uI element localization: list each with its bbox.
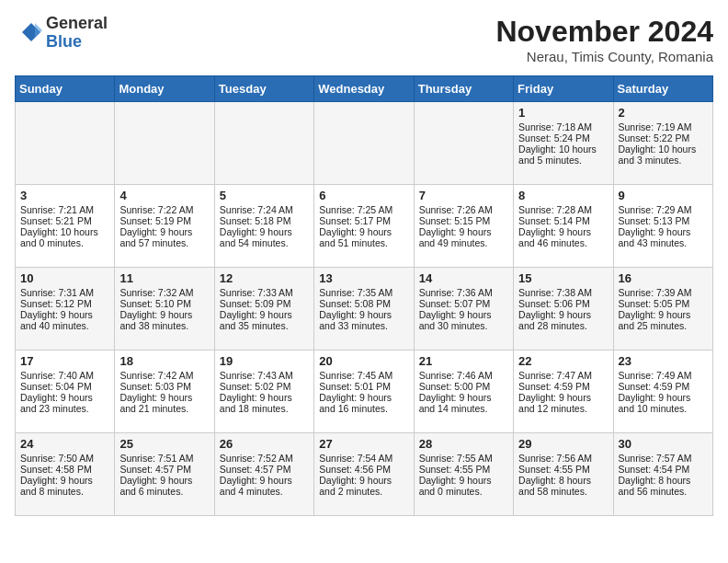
cell-info: Daylight: 9 hours and 16 minutes. (319, 392, 408, 414)
cell-info: Sunrise: 7:36 AM (419, 287, 508, 298)
cell-info: Sunset: 4:55 PM (419, 464, 508, 475)
cell-info: Daylight: 9 hours and 4 minutes. (220, 475, 309, 497)
cell-info: Daylight: 10 hours and 3 minutes. (619, 144, 708, 166)
calendar-cell (314, 102, 414, 185)
cell-info: Daylight: 9 hours and 28 minutes. (518, 309, 608, 331)
calendar-cell: 23Sunrise: 7:49 AMSunset: 4:59 PMDayligh… (613, 350, 712, 433)
logo-blue: Blue (46, 32, 82, 51)
day-number: 21 (419, 354, 508, 368)
calendar-cell: 18Sunrise: 7:42 AMSunset: 5:03 PMDayligh… (115, 350, 214, 433)
cell-info: Sunset: 5:13 PM (619, 215, 708, 226)
cell-info: Sunset: 4:59 PM (518, 381, 608, 392)
cell-info: Sunrise: 7:33 AM (220, 287, 309, 298)
calendar-cell: 25Sunrise: 7:51 AMSunset: 4:57 PMDayligh… (115, 433, 214, 516)
weekday-header-wednesday: Wednesday (314, 76, 414, 102)
day-number: 8 (518, 189, 608, 202)
calendar-cell: 16Sunrise: 7:39 AMSunset: 5:05 PMDayligh… (613, 268, 712, 350)
cell-info: Sunrise: 7:56 AM (518, 453, 608, 464)
calendar-cell: 22Sunrise: 7:47 AMSunset: 4:59 PMDayligh… (514, 350, 613, 433)
calendar-cell: 28Sunrise: 7:55 AMSunset: 4:55 PMDayligh… (414, 433, 513, 516)
cell-info: Daylight: 9 hours and 0 minutes. (419, 475, 508, 497)
day-number: 9 (619, 189, 708, 202)
cell-info: Sunset: 5:12 PM (20, 298, 109, 309)
cell-info: Sunrise: 7:22 AM (119, 204, 209, 215)
calendar-cell: 26Sunrise: 7:52 AMSunset: 4:57 PMDayligh… (214, 433, 313, 516)
cell-info: Sunrise: 7:38 AM (518, 287, 608, 298)
cell-info: Sunrise: 7:46 AM (419, 370, 508, 381)
cell-info: Sunrise: 7:45 AM (319, 370, 408, 381)
cell-info: Sunset: 5:02 PM (220, 381, 309, 392)
cell-info: Sunset: 5:05 PM (619, 298, 708, 309)
cell-info: Sunrise: 7:50 AM (20, 453, 109, 464)
day-number: 7 (419, 189, 508, 202)
cell-info: Daylight: 9 hours and 12 minutes. (518, 392, 608, 414)
day-number: 4 (119, 189, 209, 202)
calendar-cell: 8Sunrise: 7:28 AMSunset: 5:14 PMDaylight… (514, 185, 613, 268)
cell-info: Daylight: 9 hours and 25 minutes. (619, 309, 708, 331)
cell-info: Daylight: 9 hours and 51 minutes. (319, 226, 408, 248)
cell-info: Sunset: 4:59 PM (619, 381, 708, 392)
cell-info: Sunrise: 7:39 AM (619, 287, 708, 298)
cell-info: Sunset: 5:01 PM (319, 381, 408, 392)
cell-info: Daylight: 9 hours and 14 minutes. (419, 392, 508, 414)
cell-info: Sunrise: 7:35 AM (319, 287, 408, 298)
cell-info: Sunset: 5:00 PM (419, 381, 508, 392)
logo-icon (15, 19, 42, 47)
cell-info: Sunset: 5:06 PM (518, 298, 608, 309)
cell-info: Daylight: 8 hours and 56 minutes. (619, 475, 708, 497)
cell-info: Sunset: 4:58 PM (20, 464, 109, 475)
calendar-cell: 10Sunrise: 7:31 AMSunset: 5:12 PMDayligh… (16, 268, 115, 350)
cell-info: Sunset: 5:10 PM (119, 298, 209, 309)
title-block: November 2024 Nerau, Timis County, Roman… (495, 15, 713, 64)
day-number: 12 (220, 271, 309, 285)
day-number: 15 (518, 271, 608, 285)
logo-general: General (46, 14, 108, 32)
cell-info: Daylight: 9 hours and 18 minutes. (220, 392, 309, 414)
day-number: 25 (119, 437, 209, 451)
day-number: 20 (319, 354, 408, 368)
cell-info: Sunset: 4:57 PM (220, 464, 309, 475)
cell-info: Daylight: 9 hours and 10 minutes. (619, 392, 708, 414)
calendar-cell (214, 102, 313, 185)
cell-info: Daylight: 9 hours and 21 minutes. (119, 392, 209, 414)
calendar-cell (115, 102, 214, 185)
weekday-header-thursday: Thursday (414, 76, 513, 102)
calendar-cell: 2Sunrise: 7:19 AMSunset: 5:22 PMDaylight… (613, 102, 712, 185)
day-number: 2 (619, 106, 708, 120)
weekday-header-saturday: Saturday (613, 76, 712, 102)
cell-info: Sunrise: 7:40 AM (20, 370, 109, 381)
day-number: 11 (119, 271, 209, 285)
cell-info: Sunset: 5:08 PM (319, 298, 408, 309)
cell-info: Daylight: 9 hours and 49 minutes. (419, 226, 508, 248)
cell-info: Daylight: 9 hours and 35 minutes. (220, 309, 309, 331)
day-number: 19 (220, 354, 309, 368)
day-number: 28 (419, 437, 508, 451)
cell-info: Daylight: 9 hours and 43 minutes. (619, 226, 708, 248)
day-number: 5 (220, 189, 309, 202)
cell-info: Sunrise: 7:47 AM (518, 370, 608, 381)
calendar-cell (414, 102, 513, 185)
cell-info: Sunrise: 7:18 AM (518, 121, 608, 132)
cell-info: Sunset: 5:03 PM (119, 381, 209, 392)
day-number: 18 (119, 354, 209, 368)
cell-info: Daylight: 10 hours and 0 minutes. (20, 226, 109, 248)
day-number: 13 (319, 271, 408, 285)
day-number: 14 (419, 271, 508, 285)
cell-info: Sunset: 5:04 PM (20, 381, 109, 392)
cell-info: Daylight: 9 hours and 46 minutes. (518, 226, 608, 248)
calendar-table: SundayMondayTuesdayWednesdayThursdayFrid… (15, 75, 713, 516)
cell-info: Sunset: 4:56 PM (319, 464, 408, 475)
calendar-cell: 1Sunrise: 7:18 AMSunset: 5:24 PMDaylight… (514, 102, 613, 185)
cell-info: Sunrise: 7:29 AM (619, 204, 708, 215)
cell-info: Sunrise: 7:24 AM (220, 204, 309, 215)
cell-info: Sunset: 4:55 PM (518, 464, 608, 475)
day-number: 17 (20, 354, 109, 368)
cell-info: Sunrise: 7:19 AM (619, 121, 708, 132)
cell-info: Daylight: 9 hours and 23 minutes. (20, 392, 109, 414)
cell-info: Sunset: 5:17 PM (319, 215, 408, 226)
cell-info: Sunset: 5:15 PM (419, 215, 508, 226)
weekday-header-monday: Monday (115, 76, 214, 102)
cell-info: Sunrise: 7:28 AM (518, 204, 608, 215)
day-number: 29 (518, 437, 608, 451)
weekday-header-sunday: Sunday (16, 76, 115, 102)
